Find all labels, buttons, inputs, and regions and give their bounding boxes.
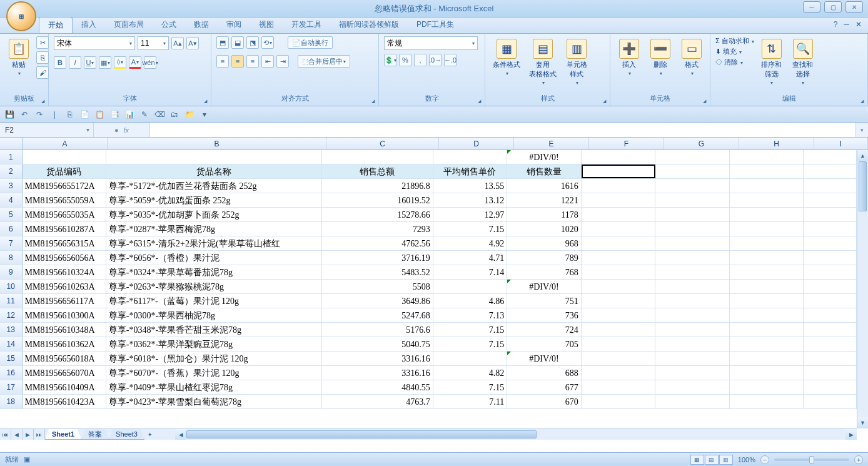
cell-C10[interactable]: 5508 — [322, 280, 433, 293]
cell-D13[interactable]: 7.15 — [433, 323, 507, 337]
cell-A15[interactable]: MM81956656018A — [23, 352, 106, 365]
cell-E17[interactable]: 677 — [507, 380, 581, 394]
cell-I6[interactable] — [804, 222, 857, 236]
decrease-font-icon[interactable]: A▾ — [186, 37, 199, 49]
close-button[interactable]: ✕ — [845, 1, 863, 13]
cell-E4[interactable]: 1221 — [507, 193, 581, 207]
cell-G14[interactable] — [655, 337, 729, 351]
cell-E16[interactable]: 688 — [507, 366, 581, 380]
row-header-13[interactable]: 13 — [0, 323, 23, 337]
cell-H3[interactable] — [730, 179, 804, 193]
cell-I13[interactable] — [804, 323, 857, 337]
ribbon-close-icon[interactable]: ✕ — [855, 20, 862, 29]
cell-C14[interactable]: 5040.75 — [322, 337, 433, 351]
cell-C17[interactable]: 4840.55 — [322, 380, 433, 394]
cell-F16[interactable] — [582, 366, 655, 380]
cell-B11[interactable]: 尊享-*6117*-（蓝莓）果汁泥 120g — [106, 294, 322, 308]
fill-color-button[interactable]: ◊▾ — [114, 56, 126, 69]
cell-G8[interactable] — [655, 251, 729, 265]
cell-F4[interactable] — [582, 193, 655, 207]
cell-B2[interactable]: 货品名称 — [106, 165, 322, 178]
cell-A7[interactable]: MM81956656315A — [23, 236, 106, 250]
cell-E18[interactable]: 670 — [507, 395, 581, 408]
cell-H16[interactable] — [730, 366, 804, 380]
cell-A5[interactable]: MM81956655035A — [23, 208, 106, 221]
cell-C18[interactable]: 4763.7 — [322, 395, 433, 408]
hscroll-thumb[interactable] — [186, 430, 537, 438]
column-header-A[interactable]: A — [23, 138, 108, 149]
cell-D4[interactable]: 13.12 — [433, 193, 507, 207]
underline-button[interactable]: U▾ — [84, 56, 96, 69]
qat-icon-6[interactable]: ✎ — [139, 109, 150, 120]
cell-A18[interactable]: MM81956610423A — [23, 395, 106, 408]
scroll-down-button[interactable]: ▼ — [857, 417, 868, 428]
cell-B5[interactable]: 尊享-*5035*-优加胡萝卜面条 252g — [106, 208, 322, 221]
cell-H4[interactable] — [730, 193, 804, 207]
align-left-icon[interactable]: ≡ — [216, 55, 229, 68]
cell-B15[interactable]: 尊享-*6018*-（黑加仑）果汁泥 120g — [106, 352, 322, 365]
cell-H6[interactable] — [730, 222, 804, 236]
decrease-indent-icon[interactable]: ⇤ — [261, 55, 274, 68]
cell-E5[interactable]: 1178 — [507, 208, 581, 221]
bold-button[interactable]: B — [54, 56, 66, 69]
cell-I15[interactable] — [804, 352, 857, 365]
find-select-button[interactable]: 🔍查找和 选择▾ — [789, 36, 817, 88]
cell-A11[interactable]: MM81956656117A — [23, 294, 106, 308]
format-table-button[interactable]: ▤套用 表格格式▾ — [527, 36, 559, 88]
tab-6[interactable]: 视图 — [250, 17, 283, 33]
cell-I3[interactable] — [804, 179, 857, 193]
cell-G6[interactable] — [655, 222, 729, 236]
cell-C7[interactable]: 4762.56 — [322, 236, 433, 250]
clear-button[interactable]: ◇ 清除 ▾ — [715, 58, 754, 67]
cell-C13[interactable]: 5176.6 — [322, 323, 433, 337]
sheet-tab-0[interactable]: Sheet1 — [45, 429, 81, 440]
zoom-in-button[interactable]: + — [854, 455, 863, 464]
zoom-out-button[interactable]: − — [760, 455, 769, 464]
maximize-button[interactable]: ▢ — [824, 1, 842, 13]
sheet-tab-2[interactable]: Sheet3 — [109, 429, 144, 440]
font-color-button[interactable]: A▾ — [129, 56, 141, 69]
italic-button[interactable]: I — [69, 56, 81, 69]
cell-H7[interactable] — [730, 236, 804, 250]
cell-H5[interactable] — [730, 208, 804, 221]
row-header-17[interactable]: 17 — [0, 380, 23, 394]
cell-F18[interactable] — [582, 395, 655, 408]
normal-view-button[interactable]: ▦ — [690, 455, 704, 465]
column-header-F[interactable]: F — [589, 138, 664, 149]
sheet-last-button[interactable]: ⏭ — [34, 429, 45, 440]
tab-0[interactable]: 开始 — [39, 17, 73, 33]
fx-button[interactable]: fx — [124, 126, 129, 134]
align-center-icon[interactable]: ≡ — [231, 55, 244, 68]
column-header-B[interactable]: B — [108, 138, 326, 149]
cell-B14[interactable]: 尊享-*0362*-苹果洋梨豌豆泥78g — [106, 337, 322, 351]
cell-D7[interactable]: 4.92 — [433, 236, 507, 250]
cell-F10[interactable] — [582, 280, 655, 293]
percent-icon[interactable]: % — [399, 54, 411, 66]
zoom-thumb[interactable] — [809, 456, 814, 463]
tab-1[interactable]: 插入 — [73, 17, 105, 33]
cell-C11[interactable]: 3649.86 — [322, 294, 433, 308]
cell-I8[interactable] — [804, 251, 857, 265]
cell-E3[interactable]: 1616 — [507, 179, 581, 193]
cell-G18[interactable] — [655, 395, 729, 408]
cell-B12[interactable]: 尊享-*0300*-苹果西柚泥78g — [106, 308, 322, 322]
cell-H11[interactable] — [730, 294, 804, 308]
format-cells-button[interactable]: ▭格式▾ — [678, 36, 705, 79]
cell-H13[interactable] — [730, 323, 804, 337]
row-header-10[interactable]: 10 — [0, 280, 23, 293]
qat-icon-4[interactable]: 📑 — [109, 109, 120, 120]
qat-icon-9[interactable]: 📁 — [184, 109, 195, 120]
align-right-icon[interactable]: ≡ — [246, 55, 259, 68]
cell-B16[interactable]: 尊享-*6070*-（香蕉）果汁泥 120g — [106, 366, 322, 380]
cell-A12[interactable]: MM81956610300A — [23, 308, 106, 322]
cell-A17[interactable]: MM81956610409A — [23, 380, 106, 394]
delete-cells-button[interactable]: ➖删除▾ — [647, 36, 674, 79]
cell-F2[interactable] — [582, 165, 655, 178]
row-header-14[interactable]: 14 — [0, 337, 23, 351]
column-header-E[interactable]: E — [514, 138, 589, 149]
cell-B7[interactable]: 尊享-*6315*-清乐2+2果汁泥(苹果草莓山楂红 — [106, 236, 322, 250]
cell-E14[interactable]: 705 — [507, 337, 581, 351]
macro-record-icon[interactable]: ▣ — [24, 455, 30, 463]
cell-I11[interactable] — [804, 294, 857, 308]
cell-E13[interactable]: 724 — [507, 323, 581, 337]
